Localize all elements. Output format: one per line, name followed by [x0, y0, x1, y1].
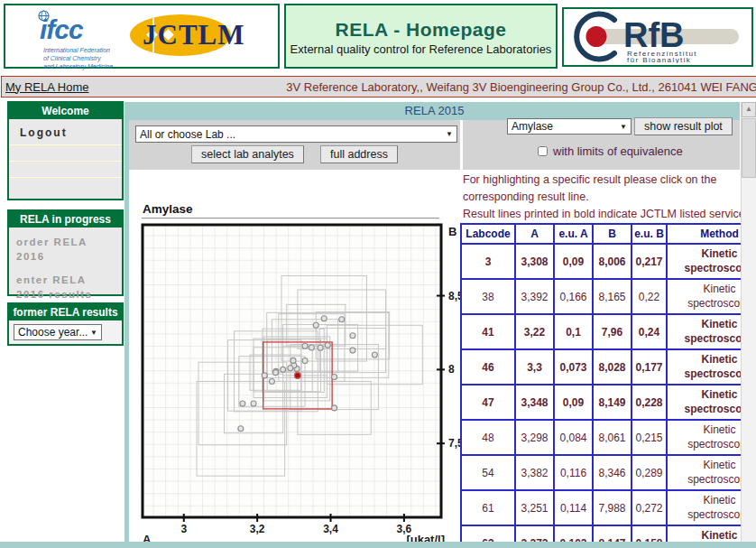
cell-b: 8,061 — [593, 420, 632, 455]
results-table-container: LabcodeAe.u. ABe.u. BMethod33,3080,098,0… — [460, 223, 741, 542]
choose-year-value: Choose year... — [18, 326, 88, 339]
order-rela-link[interactable]: order RELA 2016 — [16, 236, 115, 264]
column-header-labcode: Labcode — [461, 224, 515, 244]
breadcrumb: My RELA Home 3V Reference Laboratory,, W… — [1, 76, 756, 98]
result-point — [350, 333, 355, 339]
x-tick-label: 3,2 — [250, 523, 265, 535]
x-tick-label: 3,4 — [323, 523, 338, 535]
cell-b: 8,165 — [593, 279, 632, 314]
cell-b: 8,149 — [593, 385, 632, 420]
cell-b: 8,006 — [593, 244, 632, 279]
result-row-lab-41[interactable]: 413,220,17,960,24Kineticspectroscopy — [461, 314, 741, 349]
enter-rela-results-link[interactable]: enter RELA 2016 results — [16, 274, 115, 302]
result-row-lab-54[interactable]: 543,3820,1168,3460,289Kineticspectroscop… — [461, 455, 741, 490]
column-header-a: A — [515, 224, 554, 244]
result-plot: 33,23,43,68,587,5BA[ukat/l] — [141, 223, 462, 544]
cell-eu-a: 0,116 — [554, 455, 593, 490]
result-point-lab-63 — [318, 345, 323, 350]
result-point-lab-47 — [309, 345, 314, 350]
cell-a: 3,298 — [515, 420, 554, 455]
scrollbar-thumb[interactable] — [742, 118, 756, 178]
highlight-point — [295, 373, 301, 379]
show-result-plot-button[interactable]: show result plot — [634, 117, 733, 135]
cell-eu-a: 0,09 — [554, 385, 593, 420]
result-point — [302, 358, 308, 364]
cell-a: 3,251 — [515, 490, 554, 525]
result-row-lab-61[interactable]: 613,2510,1147,9880,272Kineticspectroscop… — [461, 490, 741, 525]
welcome-title: Welcome — [9, 103, 122, 119]
limits-of-equivalence-label: with limits of equivalence — [553, 144, 683, 158]
cell-eu-a: 0,114 — [554, 490, 593, 525]
cell-eu-a: 0,09 — [554, 244, 593, 279]
cell-b: 7,96 — [593, 314, 632, 349]
header-logo-box: ifcc International Federation of Clinica… — [4, 4, 280, 69]
ifcc-logo: ifcc International Federation of Clinica… — [32, 7, 132, 65]
cell-eu-b: 0,228 — [632, 385, 667, 420]
select-lab-analytes-button[interactable]: select lab analytes — [191, 145, 304, 163]
chevron-down-icon: ▼ — [620, 123, 627, 131]
vertical-scrollbar[interactable]: ▲ — [741, 102, 756, 542]
welcome-box: Welcome Logout — [7, 101, 124, 200]
cell-labcode: 41 — [461, 314, 515, 349]
result-row-lab-46[interactable]: 463,30,0738,0280,177Kineticspectroscopy — [461, 349, 741, 385]
y-axis-label: B — [448, 225, 456, 238]
result-row-lab-63[interactable]: 633,3720,1028,1470,158Kineticspectroscop… — [461, 525, 741, 542]
x-tick-label: 3 — [180, 523, 187, 535]
result-point — [372, 352, 377, 358]
result-point — [339, 317, 345, 322]
result-point — [269, 378, 274, 384]
result-point-lab-38 — [325, 342, 330, 348]
ifcc-tagline: International Federation of Clinical Che… — [43, 46, 113, 70]
full-address-button[interactable]: full address — [320, 145, 398, 163]
result-row-lab-48[interactable]: 483,2980,0848,0610,215Kineticspectroscop… — [461, 420, 741, 455]
column-header-e-u-a: e.u. A — [554, 224, 593, 244]
cell-eu-b: 0,272 — [632, 490, 667, 525]
lab-select[interactable]: All or choose Lab ... ▼ — [135, 125, 457, 143]
result-point — [313, 322, 318, 328]
logout-link[interactable]: Logout — [9, 119, 122, 145]
cell-eu-b: 0,289 — [632, 455, 667, 490]
y-tick-label: 8 — [448, 363, 455, 376]
analyte-select[interactable]: Amylase ▼ — [507, 118, 632, 135]
cell-a: 3,382 — [515, 455, 554, 490]
cell-labcode: 48 — [461, 420, 515, 455]
column-header-b: B — [593, 224, 632, 244]
former-rela-results-box: former RELA results Choose year... ▼ — [7, 302, 124, 346]
cell-method: Kineticspectroscopy — [667, 279, 741, 314]
result-point — [288, 366, 293, 371]
result-point — [238, 426, 244, 432]
my-rela-home-link[interactable]: My RELA Home — [5, 80, 88, 94]
results-table: LabcodeAe.u. ABe.u. BMethod33,3080,098,0… — [460, 223, 741, 542]
scroll-up-icon[interactable]: ▲ — [742, 102, 756, 117]
result-row-lab-3[interactable]: 33,3080,098,0060,217Kineticspectroscopy — [461, 244, 741, 279]
cell-method: Kineticspectroscopy — [667, 314, 741, 349]
cell-method: Kineticspectroscopy — [667, 525, 741, 542]
result-point — [350, 348, 355, 353]
cell-eu-a: 0,073 — [554, 349, 593, 385]
rela-page: ifcc International Federation of Clinica… — [0, 0, 756, 548]
result-point — [272, 370, 278, 376]
result-point — [240, 401, 245, 406]
analyte-select-value: Amylase — [512, 120, 553, 133]
cell-a: 3,3 — [515, 349, 554, 385]
cell-eu-b: 0,177 — [632, 349, 667, 385]
cell-method: Kineticspectroscopy — [667, 455, 741, 490]
choose-year-select[interactable]: Choose year... ▼ — [14, 324, 102, 340]
page-title: RELA - Homepage — [286, 19, 556, 41]
result-point-lab-41 — [262, 373, 267, 378]
cell-labcode: 47 — [461, 385, 515, 420]
limits-of-equivalence-checkbox[interactable] — [538, 146, 548, 156]
page-subtitle: External quality control for Reference L… — [286, 42, 556, 56]
empty-row — [9, 145, 122, 162]
cell-a: 3,348 — [515, 385, 554, 420]
jctlm-logo: JCTLM — [128, 13, 277, 60]
cell-eu-b: 0,22 — [632, 279, 667, 314]
chart-title-rule — [142, 218, 439, 219]
result-row-lab-38[interactable]: 383,3920,1668,1650,22Kineticspectroscopy — [461, 279, 741, 314]
svg-text:für Bioanalytik: für Bioanalytik — [627, 56, 691, 63]
cell-b: 8,346 — [593, 455, 632, 490]
result-point — [332, 375, 337, 380]
empty-row — [9, 162, 122, 178]
chart-title: Amylase — [143, 202, 193, 216]
result-row-lab-47[interactable]: 473,3480,098,1490,228Kineticspectroscopy — [461, 385, 741, 420]
